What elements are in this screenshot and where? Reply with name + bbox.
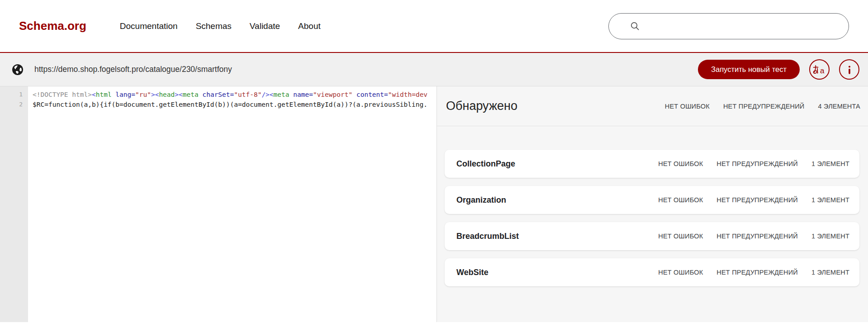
main-content: 12 <!DOCTYPE html><html lang="ru"><head>… [0,86,868,322]
card-title: Organization [456,195,506,205]
card-warnings: НЕТ ПРЕДУПРЕЖДЕНИЙ [716,269,798,276]
card-warnings: НЕТ ПРЕДУПРЕЖДЕНИЙ [716,196,798,204]
line-number: 1 [0,90,23,100]
line-number-gutter: 12 [0,86,28,322]
globe-icon [12,64,24,76]
code-editor[interactable]: 12 <!DOCTYPE html><html lang="ru"><head>… [0,86,436,322]
results-panel: Обнаружено НЕТ ОШИБОК НЕТ ПРЕДУПРЕЖДЕНИЙ… [436,86,868,322]
summary-errors: НЕТ ОШИБОК [665,103,710,110]
search-icon [630,21,640,31]
result-card-breadcrumblist[interactable]: BreadcrumbList НЕТ ОШИБОК НЕТ ПРЕДУПРЕЖД… [445,222,859,250]
nav-about[interactable]: About [298,21,321,31]
main-nav: Documentation Schemas Validate About [120,21,321,31]
site-header: Schema.org Documentation Schemas Validat… [0,0,868,53]
card-errors: НЕТ ОШИБОК [658,160,703,167]
card-items-count: 1 ЭЛЕМЕНТ [811,269,849,276]
search-input[interactable] [640,14,849,39]
code-line: <!DOCTYPE html><html lang="ru"><head><me… [33,90,436,100]
result-card-collectionpage[interactable]: CollectionPage НЕТ ОШИБОК НЕТ ПРЕДУПРЕЖД… [445,150,859,178]
card-items-count: 1 ЭЛЕМЕНТ [811,160,849,167]
search-box[interactable] [608,13,849,39]
result-card-website[interactable]: WebSite НЕТ ОШИБОК НЕТ ПРЕДУПРЕЖДЕНИЙ 1 … [445,258,859,286]
results-summary: НЕТ ОШИБОК НЕТ ПРЕДУПРЕЖДЕНИЙ 4 ЭЛЕМЕНТА [665,103,860,110]
translate-icon: a [812,65,827,75]
info-icon [844,65,854,75]
results-title: Обнаружено [446,99,517,113]
card-errors: НЕТ ОШИБОК [658,196,703,204]
card-errors: НЕТ ОШИБОК [658,269,703,276]
code-line: $RC=function(a,b){if(b=document.getEleme… [33,100,436,109]
line-number: 2 [0,100,23,109]
run-new-test-button[interactable]: Запустить новый тест [698,60,800,79]
nav-documentation[interactable]: Documentation [120,21,178,31]
detected-items-list: CollectionPage НЕТ ОШИБОК НЕТ ПРЕДУПРЕЖД… [437,126,868,286]
summary-warnings: НЕТ ПРЕДУПРЕЖДЕНИЙ [723,103,805,110]
url-toolbar: https://demo.shop.fogelsoft.pro/catalogu… [0,53,868,86]
nav-schemas[interactable]: Schemas [196,21,232,31]
card-warnings: НЕТ ПРЕДУПРЕЖДЕНИЙ [716,160,798,167]
card-title: CollectionPage [456,159,515,169]
results-header: Обнаружено НЕТ ОШИБОК НЕТ ПРЕДУПРЕЖДЕНИЙ… [437,86,868,126]
site-logo[interactable]: Schema.org [19,19,86,33]
card-items-count: 1 ЭЛЕМЕНТ [811,196,849,204]
card-title: WebSite [456,268,489,277]
code-lines: <!DOCTYPE html><html lang="ru"><head><me… [28,86,436,322]
card-warnings: НЕТ ПРЕДУПРЕЖДЕНИЙ [716,233,798,240]
tested-url: https://demo.shop.fogelsoft.pro/catalogu… [34,65,698,74]
card-errors: НЕТ ОШИБОК [658,233,703,240]
card-title: BreadcrumbList [456,232,519,241]
nav-validate[interactable]: Validate [250,21,280,31]
summary-items-count: 4 ЭЛЕМЕНТА [818,103,861,110]
language-button[interactable]: a [809,59,830,80]
card-items-count: 1 ЭЛЕМЕНТ [811,233,849,240]
svg-text:a: a [820,66,825,75]
result-card-organization[interactable]: Organization НЕТ ОШИБОК НЕТ ПРЕДУПРЕЖДЕН… [445,186,859,214]
info-button[interactable] [839,59,859,80]
